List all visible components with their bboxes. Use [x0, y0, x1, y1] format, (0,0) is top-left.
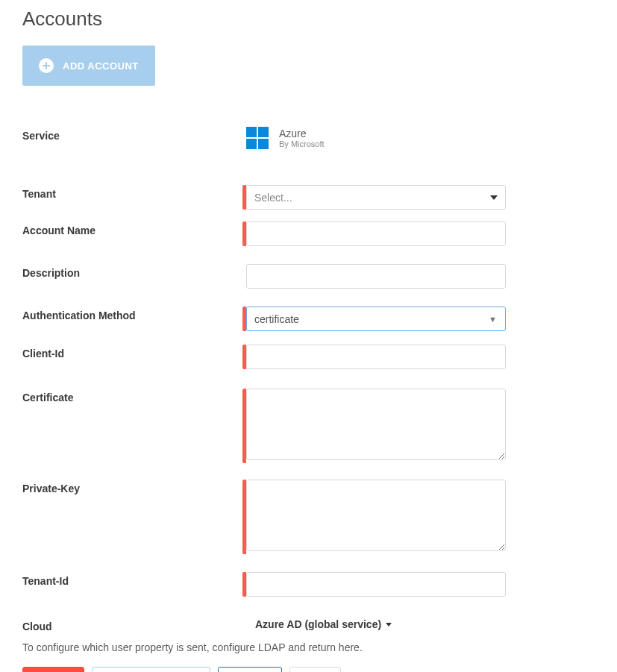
tenant-id-label: Tenant-Id — [22, 572, 246, 587]
service-name: Azure — [279, 128, 325, 140]
field-service: Service Azure By Microsoft — [22, 127, 595, 149]
chevron-down-icon — [386, 623, 392, 627]
ldap-info-text: To configure which user property is sent… — [22, 641, 595, 653]
required-marker — [242, 572, 246, 597]
required-marker — [242, 222, 246, 246]
auth-method-label: Authentication Method — [22, 307, 246, 321]
field-tenant: Tenant Select... — [22, 185, 595, 210]
field-tenant-id: Tenant-Id — [22, 572, 595, 597]
azure-icon — [246, 127, 269, 149]
account-name-input[interactable] — [246, 222, 506, 246]
tenant-label: Tenant — [22, 185, 246, 200]
add-account-button[interactable]: ADD ACCOUNT — [22, 45, 155, 86]
field-cloud: Cloud Azure AD (global service) — [22, 618, 595, 632]
certificate-textarea[interactable] — [246, 389, 506, 460]
required-marker — [242, 389, 246, 463]
add-account-label: ADD ACCOUNT — [63, 60, 139, 72]
field-description: Description — [22, 264, 595, 289]
client-id-label: Client-Id — [22, 345, 246, 359]
cloud-select[interactable]: Azure AD (global service) — [255, 618, 392, 630]
field-account-name: Account Name — [22, 222, 595, 246]
private-key-textarea[interactable] — [246, 480, 506, 551]
field-auth-method: Authentication Method certificate ▼ — [22, 307, 595, 331]
private-key-label: Private-Key — [22, 480, 246, 494]
field-client-id: Client-Id — [22, 345, 595, 369]
required-marker — [242, 480, 246, 554]
client-id-input[interactable] — [246, 345, 506, 369]
description-input[interactable] — [246, 264, 506, 289]
service-vendor: By Microsoft — [279, 139, 325, 148]
auth-method-select[interactable]: certificate — [246, 307, 506, 331]
description-label: Description — [22, 264, 246, 279]
tenant-select[interactable]: Select... — [246, 185, 506, 210]
tenant-placeholder: Select... — [254, 192, 292, 204]
svg-rect-2 — [43, 65, 50, 66]
chevron-down-icon — [490, 195, 498, 200]
required-marker — [242, 185, 246, 210]
field-private-key: Private-Key — [22, 480, 595, 554]
service-label: Service — [22, 127, 246, 142]
action-buttons: DELETE TEST CONNECTION CANCEL DONE — [22, 667, 595, 672]
cloud-value-text: Azure AD (global service) — [255, 618, 381, 630]
field-certificate: Certificate — [22, 389, 595, 463]
required-marker — [242, 345, 246, 369]
cancel-button[interactable]: CANCEL — [218, 667, 282, 672]
certificate-label: Certificate — [22, 389, 246, 403]
account-name-label: Account Name — [22, 222, 246, 236]
delete-button[interactable]: DELETE — [22, 667, 84, 672]
plus-circle-icon — [39, 58, 54, 73]
tenant-id-input[interactable] — [246, 572, 506, 597]
done-button[interactable]: DONE — [289, 667, 341, 672]
cloud-label: Cloud — [22, 618, 246, 632]
page-title: Accounts — [22, 7, 595, 31]
test-connection-button[interactable]: TEST CONNECTION — [92, 667, 210, 672]
